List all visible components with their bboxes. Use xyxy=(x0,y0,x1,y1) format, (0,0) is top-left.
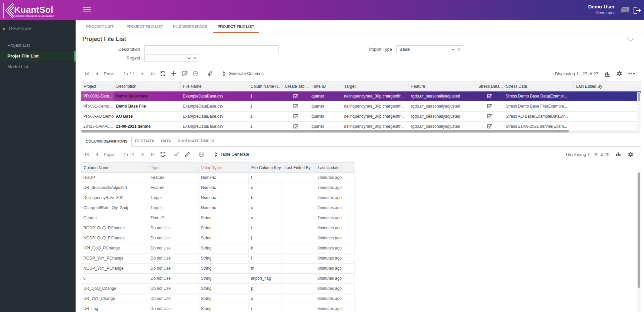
tab-column-definitions[interactable]: COLUMN DEFINITIONS xyxy=(82,136,132,147)
lower-grid-column-header[interactable]: Column Name xyxy=(81,163,148,173)
tab-data[interactable]: DATA xyxy=(161,136,171,147)
column-definition-row[interactable]: NGDP_QoQ_PChangeDo not UseStringj8minute… xyxy=(81,233,355,243)
generate-columns-button[interactable]: Generate Columns xyxy=(221,71,264,76)
sidebar-item-projet-file-list[interactable]: Projet File List xyxy=(0,51,76,62)
sidebar-item-project-list[interactable]: Project List xyxy=(0,40,76,51)
upper-grid-column-header[interactable]: File Name xyxy=(181,81,248,91)
prev-page-button[interactable] xyxy=(94,71,99,76)
upper-grid-column-header[interactable]: Stress Data... xyxy=(476,81,504,91)
remove-row-button[interactable] xyxy=(199,151,205,157)
sidebar-section-developer[interactable]: Developer xyxy=(0,25,76,33)
project-file-row[interactable]: PR-08-AO DemoAO BaseExampleDataBase.csv1… xyxy=(81,112,641,122)
prev-page-icon xyxy=(94,71,99,76)
first-page-button[interactable] xyxy=(84,71,89,76)
column-definition-row[interactable]: UR_SeasonallyAdjustedFeatureNumerico7min… xyxy=(81,183,355,193)
chat-icon[interactable] xyxy=(620,6,630,15)
lower-grid-column-header[interactable]: File Column Key xyxy=(249,163,282,173)
refresh-button[interactable] xyxy=(160,71,166,77)
next-page-button[interactable] xyxy=(140,152,145,157)
column-definition-row[interactable]: RGDPFeatureNumericf7minutes ago xyxy=(81,173,355,183)
last-page-button[interactable] xyxy=(150,152,155,157)
checkbox-checked-icon[interactable] xyxy=(487,124,492,129)
checkbox-checked-icon[interactable] xyxy=(293,114,298,119)
upper-grid-column-header[interactable]: Target xyxy=(342,81,409,91)
bar-chart-button[interactable] xyxy=(604,71,611,77)
upper-grid-horizontal-scrollbar[interactable] xyxy=(81,130,640,133)
column-definition-row[interactable]: ChargeoffRate_Qly_SadjTargetNumericc7min… xyxy=(81,203,355,213)
import-type-combo[interactable]: Base xyxy=(396,45,463,53)
bar-chart-button[interactable] xyxy=(615,151,622,158)
upper-grid-column-header[interactable]: Last Edited By xyxy=(574,81,637,91)
next-page-button[interactable] xyxy=(140,71,145,76)
lower-grid-column-header[interactable]: Value Type xyxy=(199,163,249,173)
cell-last-update: 7minutes ago xyxy=(315,193,355,203)
chevron-down-icon[interactable] xyxy=(187,57,191,60)
upper-grid-column-header[interactable]: Create Tabl... xyxy=(283,81,309,91)
first-page-button[interactable] xyxy=(84,152,89,157)
column-definition-row[interactable]: UR_QoQ_ChangeDo not UseStringp8minutes a… xyxy=(81,284,355,294)
check-button[interactable] xyxy=(173,152,179,157)
project-combo[interactable] xyxy=(144,54,199,62)
tab-file-data[interactable]: FILE DATA xyxy=(135,136,154,147)
tab-project-list[interactable]: PROJECT LIST xyxy=(81,20,119,33)
lower-grid-column-header[interactable]: Last Edited By xyxy=(282,163,315,173)
column-definition-row[interactable]: DelinquencyRate_30PTargetNumericb7minute… xyxy=(81,193,355,203)
page-value[interactable]: 1 of 1 xyxy=(123,152,134,157)
logout-icon[interactable] xyxy=(633,6,642,14)
hamburger-menu-icon[interactable] xyxy=(83,7,91,13)
page-value[interactable]: 1 of 1 xyxy=(123,71,134,76)
lower-grid-column-header[interactable]: Type xyxy=(148,163,199,173)
prev-page-button[interactable] xyxy=(94,152,99,157)
checkbox-checked-icon[interactable] xyxy=(293,104,298,109)
clear-icon[interactable] xyxy=(193,56,197,60)
pencil-button[interactable] xyxy=(184,152,190,157)
upper-grid-column-header[interactable]: Colum Name R... xyxy=(248,81,283,91)
checkbox-checked-icon[interactable] xyxy=(293,93,298,99)
settings-button[interactable] xyxy=(628,151,634,157)
last-page-button[interactable] xyxy=(150,71,155,76)
remove-row-button[interactable] xyxy=(192,71,199,77)
edit-row-button[interactable] xyxy=(182,71,188,77)
project-file-row[interactable]: PR-001-Demo ...Demo Base FileExampleData… xyxy=(81,102,641,112)
checkbox-checked-icon[interactable] xyxy=(487,114,492,119)
column-definition-row[interactable]: 0Do not UseStringimport_flag8minutes ago xyxy=(81,274,355,284)
sidebar-item-model-list[interactable]: Model List xyxy=(0,62,76,72)
column-definition-row[interactable]: RGDP_QoQ_PChangeDo not UseStringi8minute… xyxy=(81,223,355,233)
upper-grid-column-header[interactable]: Time ID xyxy=(309,81,342,91)
attach-button[interactable] xyxy=(207,71,213,77)
column-definition-row[interactable]: RGDP_YoY_PChangeDo not UseStringl8minute… xyxy=(81,254,355,264)
lower-grid-column-header[interactable]: Last Update xyxy=(315,163,355,173)
column-definition-row[interactable]: NGDP_YoY_PChangeDo not UseStringm8minute… xyxy=(81,264,355,274)
detail-panel-vertical-scrollbar[interactable] xyxy=(637,170,641,312)
column-definition-row[interactable]: QuarterTime IDStringa7minutes ago xyxy=(81,213,355,223)
ellipsis-button[interactable] xyxy=(628,73,635,75)
cell-type: Do not Use xyxy=(148,243,199,253)
cell-stress-data: Stress Demo Base Data(Exampl... xyxy=(503,91,573,101)
chevron-down-icon[interactable] xyxy=(451,48,455,51)
column-definition-row[interactable]: UR_LogDo not UseStringr8minutes ago xyxy=(81,304,355,312)
checkbox-checked-icon[interactable] xyxy=(293,124,298,129)
settings-button[interactable] xyxy=(616,71,622,77)
upper-grid-column-header[interactable]: Project xyxy=(81,81,114,91)
tab-duplicate-time-id[interactable]: DUPLICATE TIME ID xyxy=(178,136,214,147)
add-button[interactable] xyxy=(171,71,177,77)
table-generate-button[interactable]: Table Generate xyxy=(213,152,249,157)
project-file-row[interactable]: PR-0001-Dem...Demo Base DataExampleDataB… xyxy=(81,91,641,102)
description-input[interactable] xyxy=(144,45,278,53)
tab-project-file-list[interactable]: PROJECT FILE LIST xyxy=(121,20,168,33)
column-definition-row[interactable]: HPI_QoQ_PChangeDo not UseStringk8minutes… xyxy=(81,243,355,254)
refresh-button[interactable] xyxy=(160,151,166,157)
collapse-panel-chevron-icon[interactable] xyxy=(627,37,635,42)
upper-grid-column-header[interactable]: Description xyxy=(114,81,181,91)
tab-file-workspace[interactable]: FILE WORKSPACE xyxy=(168,20,212,33)
upper-grid-vertical-scrollbar[interactable] xyxy=(637,92,641,130)
tab-project-file-list-active[interactable]: PROJECT FILE LIST xyxy=(213,20,259,33)
column-definition-row[interactable]: UR_YoY_ChangeDo not UseStringq8minutes a… xyxy=(81,294,355,304)
checkbox-checked-icon[interactable] xyxy=(487,93,492,99)
checkbox-checked-icon[interactable] xyxy=(487,104,492,109)
user-block[interactable]: Demo User Developer xyxy=(588,4,615,15)
clear-icon[interactable] xyxy=(457,48,461,51)
upper-grid-column-header[interactable]: Feature xyxy=(409,81,476,91)
upper-grid-column-header[interactable]: Stress Data xyxy=(504,81,574,91)
kuantsol-logo[interactable]: KuantSol SCIENTIFIC APPROACH TO BUSINESS… xyxy=(3,2,73,18)
